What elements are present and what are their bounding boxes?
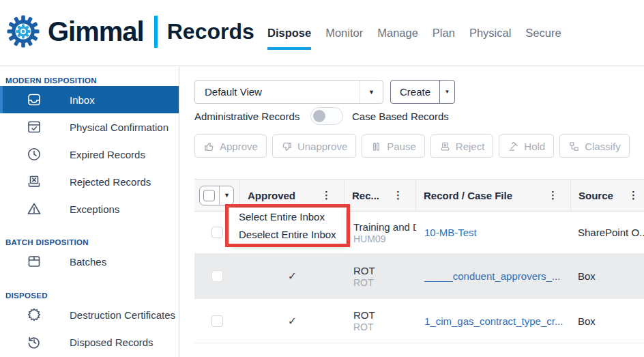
gimmal-records-app: Gimmal Records Dispose Monitor Manage Pl…: [0, 0, 644, 357]
disposed-records-icon: [26, 334, 42, 350]
menu-item-select-entire-inbox[interactable]: Select Entire Inbox: [229, 208, 346, 226]
table-row[interactable]: ROT: [194, 343, 644, 357]
nav-tab-monitor[interactable]: Monitor: [325, 27, 363, 40]
reject-icon: [439, 141, 451, 152]
sidebar-item-label: Batches: [70, 256, 106, 268]
sidebar-item-rejected-records[interactable]: Rejected Records: [0, 168, 179, 195]
sidebar: MODERN DISPOSITION Inbox Physical Confir…: [0, 67, 179, 357]
create-button[interactable]: Create: [391, 81, 440, 103]
source-cell: SharePoint O...: [571, 212, 644, 253]
sidebar-item-label: Expired Records: [70, 149, 145, 160]
table-header-rec: Rec... ⋮: [345, 180, 416, 211]
section-title-disposed: DISPOSED: [5, 291, 179, 300]
sidebar-item-batches[interactable]: Batches: [0, 248, 179, 275]
pause-icon: [370, 141, 382, 152]
menu-item-deselect-entire-inbox[interactable]: Deselect Entire Inbox: [229, 226, 346, 244]
sidebar-item-expired-records[interactable]: Expired Records: [0, 141, 179, 168]
inbox-icon: [26, 91, 42, 108]
row-checkbox[interactable]: [211, 315, 223, 327]
view-select[interactable]: Default View ▼: [194, 80, 383, 104]
nav-tab-secure[interactable]: Secure: [525, 27, 561, 40]
table-header-row: ▼ Approved ⋮ Rec... ⋮ Record / Case File…: [194, 179, 644, 212]
record-link[interactable]: _____conduent_approvers_...: [424, 270, 560, 282]
brand-logo: Gimmal Records: [5, 14, 254, 49]
sidebar-item-disposed-records[interactable]: Disposed Records: [0, 328, 179, 356]
select-all-checkbox[interactable]: [203, 190, 215, 201]
chevron-down-icon[interactable]: ▼: [360, 81, 383, 103]
section-title-modern-disposition: MODERN DISPOSITION: [5, 76, 179, 85]
sidebar-item-destruction-certificates[interactable]: Destruction Certificates: [0, 301, 179, 328]
sidebar-item-label: Exceptions: [70, 203, 119, 215]
column-menu-icon[interactable]: ⋮: [321, 189, 332, 201]
sidebar-item-label: Physical Confirmation: [70, 122, 169, 133]
view-select-value: Default View: [195, 86, 360, 98]
select-all-control[interactable]: ▼: [199, 186, 234, 205]
nav-tab-manage[interactable]: Manage: [377, 27, 418, 40]
top-bar: Gimmal Records Dispose Monitor Manage Pl…: [0, 0, 644, 66]
rec-cell: ROT ROT: [345, 254, 416, 298]
table-header-approved: Approved ⋮: [240, 180, 345, 211]
hold-icon: [508, 141, 519, 152]
approved-check: ✓: [240, 299, 345, 343]
physical-confirmation-icon: [26, 119, 42, 135]
sidebar-item-label: Rejected Records: [70, 176, 151, 188]
hold-button[interactable]: Hold: [499, 134, 554, 158]
row-checkbox[interactable]: [211, 227, 223, 238]
source-cell: [571, 343, 644, 357]
table-row[interactable]: ✓ ROT ROT 1_cim_gas_contract_type_cr... …: [194, 299, 644, 343]
source-cell: Box: [571, 254, 644, 298]
administrative-records-label: Administrative Records: [194, 111, 310, 122]
select-inbox-context-menu: Select Entire Inbox Deselect Entire Inbo…: [229, 208, 346, 244]
table-header-select: ▼: [194, 180, 240, 211]
pause-button[interactable]: Pause: [362, 134, 425, 158]
reject-button[interactable]: Reject: [430, 134, 494, 158]
source-cell: Box: [571, 299, 644, 343]
thumbs-up-icon: [203, 141, 215, 152]
approved-check: ✓: [240, 254, 345, 298]
nav-tab-plan[interactable]: Plan: [433, 27, 455, 40]
rec-code: ROT: [353, 322, 374, 332]
approved-cell: [240, 343, 345, 357]
rec-title: ROT: [353, 309, 375, 321]
record-type-toggle-row: Administrative Records Case Based Record…: [194, 106, 449, 126]
top-navigation: Dispose Monitor Manage Plan Physical Sec…: [267, 0, 561, 66]
rec-cell: ROT ROT: [345, 299, 416, 343]
nav-tab-dispose[interactable]: Dispose: [267, 27, 311, 40]
select-dropdown-caret-icon[interactable]: ▼: [224, 192, 230, 199]
column-menu-icon[interactable]: ⋮: [393, 189, 403, 201]
record-link[interactable]: 1_cim_gas_contract_type_cr...: [424, 315, 563, 327]
table-header-source: Source ⋮: [571, 180, 644, 211]
rec-title: Training and D: [353, 221, 416, 233]
rec-cell: ROT: [345, 343, 416, 357]
table-row[interactable]: ✓ ROT ROT _____conduent_approvers_... Bo…: [194, 254, 644, 299]
nav-tab-physical[interactable]: Physical: [469, 27, 511, 40]
sidebar-item-physical-confirmation[interactable]: Physical Confirmation: [0, 113, 179, 141]
table-header-record-case-file: Record / Case File ⋮: [416, 180, 571, 211]
column-menu-icon[interactable]: ⋮: [548, 189, 558, 201]
classify-icon: [568, 141, 580, 152]
section-title-batch-disposition: BATCH DISPOSITION: [5, 238, 179, 246]
expired-records-icon: [26, 146, 42, 162]
rejected-records-icon: [26, 173, 42, 190]
classify-button[interactable]: Classify: [559, 134, 630, 158]
gimmal-gear-icon: [5, 14, 41, 49]
rec-code: HUM09: [353, 233, 385, 244]
sidebar-item-exceptions[interactable]: Exceptions: [0, 195, 179, 223]
thumbs-down-icon: [281, 141, 293, 152]
rec-code: ROT: [353, 277, 374, 288]
action-button-row: Approve Unapprove Pause Reject: [194, 134, 630, 158]
unapprove-button[interactable]: Unapprove: [272, 134, 356, 158]
toggle-knob: [313, 110, 325, 122]
select-control-divider: [219, 186, 220, 205]
record-link[interactable]: 10-MB-Test: [424, 227, 477, 238]
create-split-button[interactable]: Create ▼: [390, 80, 455, 104]
batches-icon: [26, 253, 42, 270]
column-menu-icon[interactable]: ⋮: [628, 189, 639, 201]
sidebar-item-label: Destruction Certificates: [70, 309, 175, 321]
row-checkbox[interactable]: [211, 270, 223, 282]
sidebar-item-inbox[interactable]: Inbox: [0, 86, 179, 113]
approve-button[interactable]: Approve: [194, 134, 267, 158]
destruction-certificates-icon: [26, 306, 42, 323]
create-dropdown-caret-icon[interactable]: ▼: [440, 81, 454, 103]
record-type-toggle[interactable]: [310, 107, 343, 125]
